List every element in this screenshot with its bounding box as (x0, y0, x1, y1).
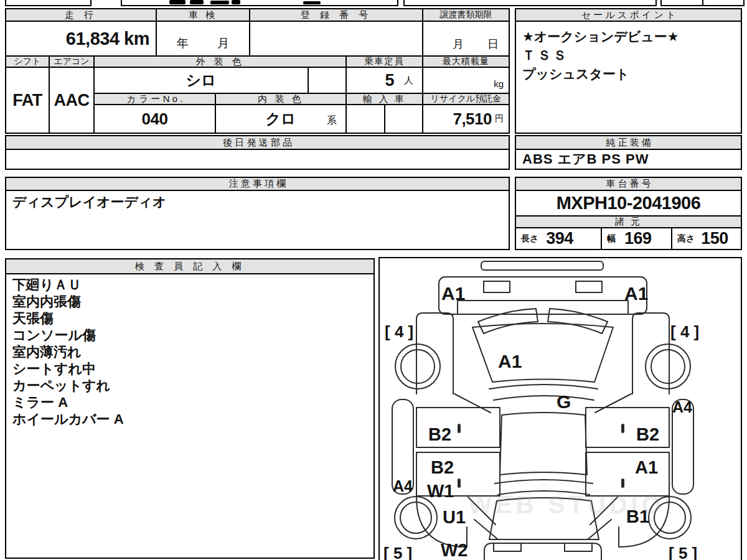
transfer-day-label: 日 (487, 37, 499, 52)
inspector-note-item: 下廻りＡＵ (12, 276, 367, 293)
shift-value: FAT (5, 67, 50, 134)
damage-code-label: W1 (427, 481, 454, 501)
transfer-docs-value: 月 日 (422, 21, 510, 57)
inspector-notes-box: 検 査 員 記 入 欄 下廻りＡＵ 室内内張傷 天張傷 コンソール傷 室内薄汚れ… (5, 258, 375, 559)
door-hinge-mark (621, 478, 624, 488)
clipped-text-fragment (232, 0, 240, 4)
damage-code-label: G (557, 391, 571, 412)
height-value: 150 (701, 229, 728, 248)
color-no-value: 040 (93, 104, 216, 134)
mileage-value: 61,834 km (5, 21, 157, 57)
chassis-number-value: MXPH10-2041906 (515, 190, 742, 217)
genuine-equipment-value: ABS エアB PS PW (515, 149, 742, 170)
exterior-color-extra-cell (308, 67, 347, 94)
recycle-unit: 円 (495, 113, 504, 124)
width-label: 幅 (607, 233, 616, 245)
damage-code-label: B2 (431, 457, 454, 477)
dimension-height: 高さ 150 (671, 227, 742, 250)
damage-code-label: A4 (672, 398, 692, 416)
ship-later-parts-header: 後 日 発 送 部 品 (5, 135, 510, 150)
damage-code-label: U1 (443, 507, 466, 527)
inspector-note-item: ミラー A (12, 394, 367, 411)
door-hinge-mark (458, 478, 461, 488)
import-car-header: 輸 入 車 (345, 93, 423, 105)
a-pillar-left (454, 394, 491, 413)
inspector-note-item: 室内薄汚れ (12, 343, 367, 360)
aircon-header: エアコン (49, 55, 95, 68)
chassis-number-header: 車 台 番 号 (515, 177, 742, 191)
front-wheel-left (395, 344, 440, 389)
quarter-line-right (588, 520, 611, 539)
hood (472, 324, 613, 382)
dimensions-header: 諸 元 (515, 215, 742, 228)
top-strip-cell (702, 0, 745, 6)
capacity-number: 5 (385, 71, 394, 90)
cautions-header: 注 意 事 項 欄 (5, 177, 510, 191)
inspection-header: 車 検 (156, 8, 250, 22)
front-bumper-vent-right (576, 281, 602, 292)
inspector-note-item: カーペットすれ (12, 377, 367, 394)
interior-color-header: 内 装 色 (215, 93, 347, 105)
top-strip-cell (5, 0, 92, 6)
damage-diagram-box: WEB STUDIO A1 A1 [ 4 ] [ 4 ] A1 G A4 B2 … (378, 257, 742, 560)
registration-header: 登 録 番 号 (249, 8, 423, 22)
inspector-note-item: 天張傷 (12, 310, 367, 327)
headlight-left (478, 309, 538, 334)
quarter-line-left (474, 520, 498, 539)
transfer-docs-header: 譲渡書類期限 (422, 8, 510, 22)
inspector-note-item: 室内内張傷 (12, 293, 367, 310)
recycle-deposit-value: 7,510 円 (422, 104, 510, 134)
exterior-color-value: シロ (93, 67, 309, 94)
inspection-value: 年 月 (156, 21, 250, 57)
recycle-amount: 7,510 (453, 110, 492, 129)
damage-code-label: A1 (498, 351, 522, 371)
damage-code-label: A4 (393, 477, 413, 495)
inspector-note-item: コンソール傷 (12, 327, 367, 343)
sales-point-line: ＴＳＳ (522, 46, 569, 65)
inspector-notes-header: 検 査 員 記 入 欄 (6, 259, 374, 274)
damage-code-label: B2 (428, 424, 451, 444)
damage-code-label: B1 (626, 506, 649, 526)
rear-window-upper-arc (495, 480, 593, 483)
rear-wheel-left (395, 497, 437, 539)
color-no-header: カ ラ ー N o . (93, 93, 216, 105)
length-value: 394 (546, 229, 573, 248)
transfer-month-label: 月 (453, 37, 464, 52)
max-load-header: 最大積載量 (422, 55, 510, 68)
capacity-value: 5 人 (345, 67, 423, 94)
cautions-body: ディスプレイオーディオ (5, 190, 510, 250)
max-load-value: kg (422, 67, 510, 94)
mileage-header: 走 行 (5, 8, 157, 22)
door-hinge-mark (458, 424, 461, 433)
sales-point-line: ★オークションデビュー★ (522, 27, 679, 46)
registration-value (249, 21, 423, 57)
front-bumper (439, 277, 647, 314)
damage-code-label: A1 (624, 283, 648, 304)
windshield-upper-arc (489, 385, 598, 389)
top-strip-cell (403, 0, 657, 6)
genuine-equipment-header: 純 正 装 備 (515, 135, 742, 150)
aircon-value: AAC (49, 67, 95, 134)
dimension-length: 長さ 394 (515, 227, 602, 250)
inspection-year-label: 年 (177, 35, 189, 52)
sales-point-line: プッシュスタート (522, 65, 629, 83)
front-wheel-right (646, 344, 690, 389)
front-bumper-vent-left (484, 281, 510, 292)
damage-code-label: [ 4 ] (670, 322, 699, 341)
clipped-text-fragment (303, 1, 321, 4)
length-label: 長さ (521, 233, 538, 245)
rear-bumper-notch-right (565, 543, 592, 551)
windshield-lower-arc (494, 396, 594, 400)
roof (500, 413, 587, 475)
vehicle-damage-diagram: WEB STUDIO A1 A1 [ 4 ] [ 4 ] A1 G A4 B2 … (380, 258, 741, 560)
damage-code-label: [ 4 ] (385, 322, 413, 341)
damage-code-label: [ 5 ] (669, 544, 697, 560)
height-label: 高さ (677, 233, 695, 245)
headlight-right (548, 309, 608, 334)
inspector-note-item: シートすれ中 (12, 360, 367, 377)
recycle-deposit-header: リサイクル預託金 (422, 93, 510, 105)
width-value: 169 (624, 229, 652, 248)
inspector-note-item: ホイールカバー A (12, 411, 367, 427)
damage-code-label: [ 5 ] (383, 544, 412, 560)
clipped-text-fragment (190, 0, 204, 4)
